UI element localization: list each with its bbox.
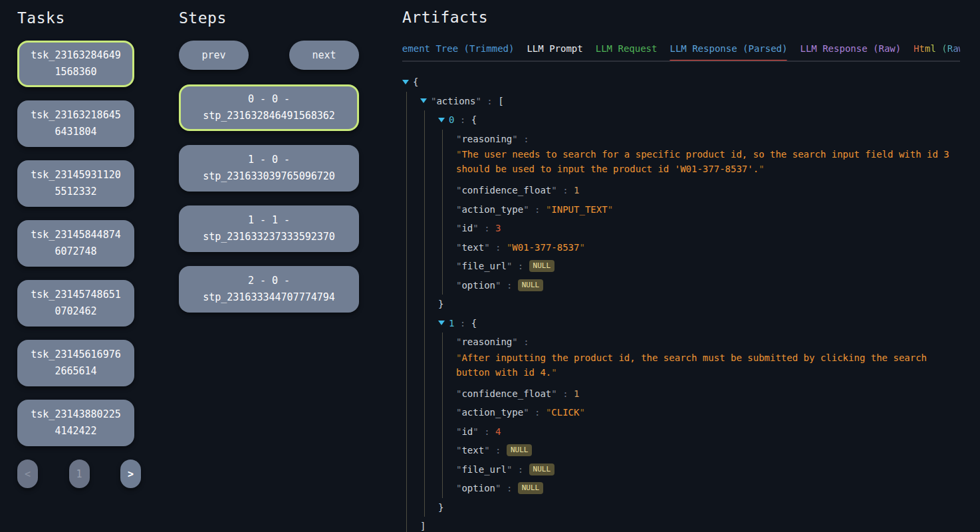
- artifacts-panel: Artifacts Element Tree (Trimmed)LLM Prom…: [402, 9, 960, 532]
- collapse-arrow-icon[interactable]: [402, 80, 409, 84]
- tab-llm-response-parsed[interactable]: LLM Response (Parsed): [670, 43, 787, 54]
- json-row: "option" : NULL: [456, 276, 960, 295]
- json-row: 0 : {: [438, 110, 960, 130]
- json-row: }: [438, 498, 960, 517]
- task-button[interactable]: tsk_231632846491568360: [17, 41, 134, 87]
- json-row: "confidence_float" : 1: [456, 384, 960, 404]
- json-row: }: [438, 295, 960, 314]
- step-button[interactable]: 1 - 0 - stp_231633039765096720: [179, 145, 359, 192]
- json-children: "reasoning" :"The user needs to search f…: [442, 130, 960, 295]
- json-number-value: 3: [495, 223, 501, 233]
- json-children: "reasoning" :"After inputting the produc…: [442, 332, 960, 498]
- tasks-panel: Tasks tsk_231632846491568360tsk_23163218…: [17, 9, 134, 488]
- json-key: reasoning: [461, 336, 512, 347]
- json-row: "confidence_float" : 1: [456, 181, 960, 200]
- collapse-arrow-icon[interactable]: [438, 118, 445, 122]
- null-badge: NULL: [518, 279, 544, 291]
- json-string-value: "After inputting the product id, the sea…: [456, 350, 949, 380]
- tab-llm-request[interactable]: LLM Request: [596, 43, 658, 54]
- json-row: "option" : NULL: [456, 479, 960, 498]
- json-row: {: [402, 72, 960, 92]
- artifact-tabs: Element Tree (Trimmed)LLM PromptLLM Requ…: [402, 43, 960, 62]
- json-key: action_type: [461, 204, 523, 215]
- json-key: file_url: [461, 261, 506, 271]
- pagination: < 1 >: [17, 460, 141, 488]
- task-button[interactable]: tsk_231632186456431804: [17, 100, 134, 147]
- step-list: 0 - 0 - stp_2316328464915683621 - 0 - st…: [179, 84, 359, 313]
- json-row: ]: [420, 517, 960, 532]
- page-number-button[interactable]: 1: [69, 460, 90, 488]
- step-button[interactable]: 2 - 0 - stp_231633344707774794: [179, 266, 359, 313]
- task-button[interactable]: tsk_231459311205512332: [17, 160, 134, 207]
- collapse-arrow-icon[interactable]: [420, 98, 427, 103]
- step-button[interactable]: 1 - 1 - stp_231633237333592370: [179, 205, 359, 252]
- task-button[interactable]: tsk_231438802254142422: [17, 400, 134, 446]
- json-string-value: "The user needs to search for a specific…: [456, 147, 949, 176]
- json-key: action_type: [461, 407, 523, 418]
- json-row: "actions" : [: [420, 92, 960, 111]
- json-index: 1: [449, 318, 454, 329]
- json-children: "actions" : [0 : {"reasoning" :"The user…: [406, 92, 960, 532]
- json-key: confidence_float: [461, 388, 551, 399]
- tab-element-tree-trimmed[interactable]: Element Tree (Trimmed): [402, 43, 514, 54]
- json-key: text: [461, 242, 484, 253]
- json-key: id: [461, 426, 473, 437]
- next-step-button[interactable]: next: [289, 41, 359, 70]
- json-row: 1 : {: [438, 314, 960, 333]
- json-number-value: 1: [574, 388, 579, 399]
- task-button[interactable]: tsk_231458448746072748: [17, 220, 134, 267]
- json-row: "id" : 4: [456, 422, 960, 442]
- json-row: "text" : NULL: [456, 441, 960, 460]
- artifacts-title: Artifacts: [402, 9, 960, 26]
- json-key: text: [461, 445, 484, 456]
- task-button[interactable]: tsk_231456169762665614: [17, 340, 134, 386]
- json-viewer: {"actions" : [0 : {"reasoning" :"The use…: [402, 72, 960, 532]
- json-string-value: INPUT_TEXT: [551, 204, 607, 215]
- json-key: confidence_float: [461, 185, 551, 196]
- prev-step-button[interactable]: prev: [179, 41, 249, 70]
- null-badge: NULL: [529, 464, 555, 475]
- json-row: "id" : 3: [456, 219, 960, 238]
- json-row: "reasoning" :: [456, 332, 960, 352]
- collapse-arrow-icon[interactable]: [438, 321, 445, 325]
- json-row: "text" : "W01-377-8537": [456, 238, 960, 257]
- json-key: option: [461, 280, 495, 291]
- json-string-value: CLICK: [551, 407, 579, 418]
- json-row: "file_url" : NULL: [456, 257, 960, 276]
- app-root: Tasks tsk_231632846491568360tsk_23163218…: [0, 0, 980, 532]
- json-string-value: W01-377-8537: [512, 242, 579, 253]
- json-index: 0: [449, 114, 454, 125]
- next-page-button[interactable]: >: [120, 460, 141, 488]
- prev-page-button[interactable]: <: [17, 460, 38, 488]
- null-badge: NULL: [507, 444, 533, 456]
- null-badge: NULL: [518, 482, 544, 494]
- json-key: option: [461, 483, 495, 493]
- tasks-title: Tasks: [17, 9, 134, 27]
- json-row: "action_type" : "INPUT_TEXT": [456, 200, 960, 219]
- json-row: "file_url" : NULL: [456, 460, 960, 479]
- json-key: actions: [436, 96, 475, 106]
- json-key: file_url: [461, 464, 506, 475]
- task-button[interactable]: tsk_231457486510702462: [17, 280, 134, 327]
- steps-title: Steps: [179, 9, 359, 27]
- json-children: 0 : {"reasoning" :"The user needs to sea…: [424, 110, 960, 517]
- steps-nav: prev next: [179, 41, 359, 70]
- tab-html-raw[interactable]: Html (Raw): [914, 43, 960, 54]
- tab-llm-response-raw[interactable]: LLM Response (Raw): [800, 43, 901, 54]
- steps-panel: Steps prev next 0 - 0 - stp_231632846491…: [179, 9, 359, 327]
- task-list: tsk_231632846491568360tsk_23163218645643…: [17, 41, 134, 446]
- step-button[interactable]: 0 - 0 - stp_231632846491568362: [179, 84, 359, 131]
- json-row: "reasoning" :: [456, 130, 960, 149]
- json-key: reasoning: [461, 134, 512, 144]
- json-row: "action_type" : "CLICK": [456, 403, 960, 422]
- null-badge: NULL: [529, 260, 555, 272]
- json-number-value: 1: [574, 185, 579, 196]
- json-number-value: 4: [495, 426, 501, 437]
- json-key: id: [461, 223, 473, 233]
- tab-llm-prompt[interactable]: LLM Prompt: [527, 43, 582, 54]
